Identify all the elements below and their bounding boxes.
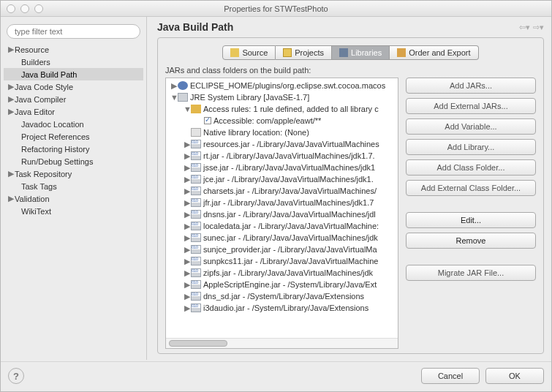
sidebar-item[interactable]: ▶Java Editor: [4, 105, 143, 118]
sidebar-item[interactable]: ▶Java Compiler: [4, 93, 143, 105]
disclosure-icon[interactable]: ▶: [184, 140, 191, 149]
tree-row[interactable]: ▶jce.jar - /Library/Java/JavaVirtualMach…: [166, 173, 398, 185]
properties-dialog: Properties for STWTestPhoto ▶ResourceBui…: [0, 0, 552, 392]
add-jars-button[interactable]: Add JARs...: [406, 78, 536, 94]
add-variable-button[interactable]: Add Variable...: [406, 118, 536, 135]
disclosure-icon[interactable]: ▶: [184, 257, 191, 266]
tree-row-label: Access rules: 1 rule defined, added to a…: [203, 105, 379, 113]
add-external-class-folder-button[interactable]: Add External Class Folder...: [406, 180, 536, 196]
disclosure-icon[interactable]: ▶: [184, 163, 191, 173]
help-icon[interactable]: ?: [8, 368, 24, 384]
expand-icon[interactable]: ▶: [7, 82, 15, 91]
tree-row[interactable]: ▼JRE System Library [JavaSE-1.7]: [166, 91, 398, 103]
disclosure-icon[interactable]: ▶: [184, 151, 191, 161]
tree-row[interactable]: ▶i3daudio.jar - /System/Library/Java/Ext…: [166, 302, 398, 314]
tab-source[interactable]: Source: [222, 45, 276, 60]
disclosure-icon[interactable]: ▶: [184, 280, 191, 290]
tab-label: Libraries: [351, 48, 382, 57]
disclosure-icon[interactable]: ▶: [184, 245, 191, 255]
disclosure-icon[interactable]: ▶: [170, 81, 178, 91]
disclosure-icon[interactable]: ▶: [184, 175, 191, 184]
sidebar-item[interactable]: Refactoring History: [4, 143, 143, 155]
tree-row[interactable]: ▶sunec.jar - /Library/Java/JavaVirtualMa…: [166, 232, 398, 244]
tree-row[interactable]: ▶rt.jar - /Library/Java/JavaVirtualMachi…: [166, 150, 398, 162]
sidebar-item-label: Refactoring History: [21, 145, 90, 154]
disclosure-icon[interactable]: ▼: [184, 105, 191, 113]
tree-row-label: jfr.jar - /Library/Java/JavaVirtualMachi…: [203, 198, 374, 207]
sidebar-item[interactable]: Java Build Path: [4, 68, 143, 80]
tab-libraries[interactable]: Libraries: [332, 45, 390, 60]
sidebar-item[interactable]: ▶Java Code Style: [4, 80, 143, 93]
sidebar-item[interactable]: Javadoc Location: [4, 118, 143, 130]
add-class-folder-button[interactable]: Add Class Folder...: [406, 159, 536, 176]
close-icon[interactable]: [7, 4, 15, 13]
filter-input[interactable]: [7, 24, 140, 39]
expand-icon[interactable]: ▶: [7, 194, 15, 203]
disclosure-icon[interactable]: ▶: [184, 186, 191, 196]
expand-icon[interactable]: ▶: [7, 94, 15, 104]
disclosure-icon[interactable]: ▶: [184, 292, 191, 301]
tree-row[interactable]: Native library location: (None): [166, 127, 398, 138]
forward-icon[interactable]: ⇨▾: [533, 23, 544, 32]
disclosure-icon[interactable]: ▶: [184, 222, 191, 231]
tab-order-and-export[interactable]: Order and Export: [390, 45, 478, 60]
ok-button[interactable]: OK: [485, 368, 544, 384]
edit-button[interactable]: Edit...: [406, 212, 536, 228]
disclosure-icon[interactable]: ▶: [184, 304, 191, 313]
tree-row[interactable]: ▶AppleScriptEngine.jar - /System/Library…: [166, 279, 398, 290]
tree-row[interactable]: ▶dns_sd.jar - /System/Library/Java/Exten…: [166, 290, 398, 302]
tree-row[interactable]: ▶jsse.jar - /Library/Java/JavaVirtualMac…: [166, 162, 398, 173]
check-icon: [204, 117, 211, 124]
sidebar-item-label: Project References: [21, 132, 90, 141]
jar-icon: [191, 198, 201, 207]
tree-row[interactable]: ▶sunjce_provider.jar - /Library/Java/Jav…: [166, 244, 398, 255]
tree-row[interactable]: ▶ECLIPSE_HOME/plugins/org.eclipse.swt.co…: [166, 80, 398, 91]
category-tree[interactable]: ▶ResourceBuildersJava Build Path▶Java Co…: [1, 43, 146, 355]
expand-icon[interactable]: ▶: [7, 169, 15, 178]
tree-row[interactable]: ▼Access rules: 1 rule defined, added to …: [166, 103, 398, 115]
tab-projects[interactable]: Projects: [276, 45, 332, 60]
migrate-jar-button[interactable]: Migrate JAR File...: [406, 265, 536, 281]
remove-button[interactable]: Remove: [406, 233, 536, 249]
tree-row[interactable]: ▶zipfs.jar - /Library/Java/JavaVirtualMa…: [166, 267, 398, 279]
sidebar-item[interactable]: ▶Resource: [4, 43, 143, 56]
expand-icon[interactable]: ▶: [7, 107, 15, 116]
add-library-button[interactable]: Add Library...: [406, 139, 536, 155]
jar-icon: [191, 257, 201, 265]
disclosure-icon[interactable]: ▶: [184, 210, 191, 219]
minimize-icon[interactable]: [20, 4, 29, 13]
expand-icon[interactable]: ▶: [7, 45, 15, 54]
sidebar-item[interactable]: Builders: [4, 56, 143, 68]
button-column: Add JARs... Add External JARs... Add Var…: [406, 78, 536, 349]
disclosure-icon[interactable]: ▼: [170, 93, 178, 102]
cancel-button[interactable]: Cancel: [421, 368, 480, 384]
jar-icon: [191, 151, 201, 160]
back-icon[interactable]: ⇦▾: [519, 23, 530, 32]
sidebar-item[interactable]: WikiText: [4, 205, 143, 217]
disclosure-icon[interactable]: ▶: [184, 233, 191, 243]
tree-row-label: sunpkcs11.jar - /Library/Java/JavaVirtua…: [203, 257, 378, 265]
sidebar-item[interactable]: ▶Validation: [4, 192, 143, 205]
scrollbar-thumb[interactable]: [169, 340, 227, 347]
horizontal-scrollbar[interactable]: [166, 338, 398, 348]
tree-row[interactable]: ▶dnsns.jar - /Library/Java/JavaVirtualMa…: [166, 208, 398, 220]
sidebar-item[interactable]: Run/Debug Settings: [4, 155, 143, 167]
filter-field[interactable]: [7, 24, 140, 39]
tree-row[interactable]: ▶sunpkcs11.jar - /Library/Java/JavaVirtu…: [166, 255, 398, 267]
tree-row[interactable]: ▶jfr.jar - /Library/Java/JavaVirtualMach…: [166, 197, 398, 208]
tree-row[interactable]: Accessible: com/apple/eawt/**: [166, 115, 398, 127]
jar-tree[interactable]: ▶ECLIPSE_HOME/plugins/org.eclipse.swt.co…: [166, 78, 398, 338]
sidebar-item[interactable]: Task Tags: [4, 180, 143, 192]
disclosure-icon[interactable]: ▶: [184, 198, 191, 208]
sidebar-item[interactable]: ▶Task Repository: [4, 167, 143, 180]
tree-row[interactable]: ▶resources.jar - /Library/Java/JavaVirtu…: [166, 138, 398, 150]
tree-row-label: AppleScriptEngine.jar - /System/Library/…: [203, 280, 377, 289]
zoom-icon[interactable]: [34, 4, 43, 13]
sidebar-item[interactable]: Project References: [4, 130, 143, 143]
tree-row[interactable]: ▶charsets.jar - /Library/Java/JavaVirtua…: [166, 185, 398, 197]
disclosure-icon[interactable]: ▶: [184, 268, 191, 278]
dialog-body: ▶ResourceBuildersJava Build Path▶Java Co…: [1, 17, 551, 360]
tree-row-label: jce.jar - /Library/Java/JavaVirtualMachi…: [203, 175, 374, 184]
tree-row[interactable]: ▶localedata.jar - /Library/Java/JavaVirt…: [166, 220, 398, 232]
add-external-jars-button[interactable]: Add External JARs...: [406, 98, 536, 114]
